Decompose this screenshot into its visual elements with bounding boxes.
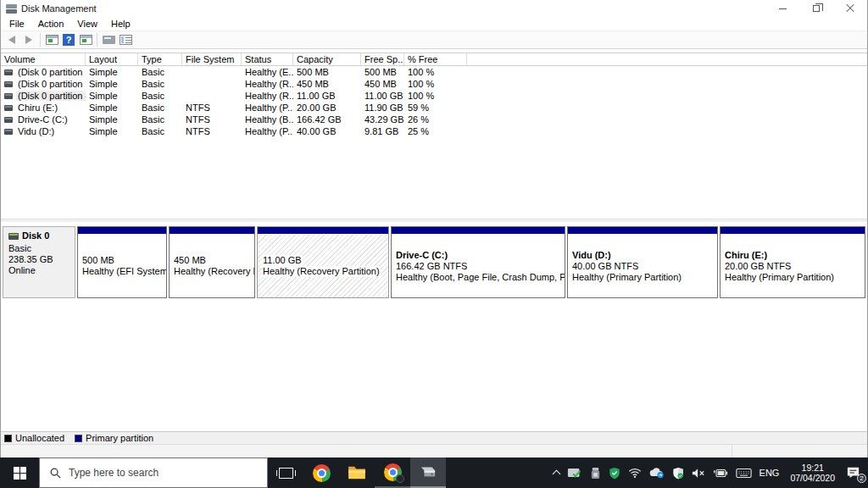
partition-title: Chiru (E:) [725, 250, 860, 261]
volume-table-row[interactable]: Drive-C (C:)SimpleBasicNTFSHealthy (B...… [1, 114, 867, 125]
help-button[interactable]: ? [60, 32, 77, 47]
cell-volume: Chiru (E:) [1, 103, 86, 113]
restore-button[interactable] [799, 0, 833, 17]
status-bar-main [1, 445, 732, 458]
menu-help[interactable]: Help [104, 18, 137, 30]
show-console-tree-button[interactable] [43, 32, 60, 47]
partition-block[interactable]: 450 MBHealthy (Recovery Par [169, 226, 255, 298]
column-header-fs[interactable]: File System [182, 53, 242, 65]
menu-action[interactable]: Action [31, 18, 71, 30]
properties-button[interactable] [117, 32, 134, 47]
column-header-capacity[interactable]: Capacity [293, 53, 361, 65]
tray-message-app[interactable] [567, 467, 582, 480]
forward-button[interactable] [20, 32, 37, 47]
disk-0-title: Disk 0 [8, 230, 75, 241]
action-center-button[interactable]: 2 [846, 466, 864, 480]
taskbar-chrome-profile-button[interactable] [375, 458, 410, 488]
toolbar-separator [40, 33, 41, 47]
column-header-pct[interactable]: % Free [404, 53, 467, 65]
console-view-icon [103, 36, 115, 44]
tray-touch-keyboard[interactable] [736, 468, 752, 479]
message-check-icon [567, 467, 582, 480]
cell-capacity: 450 MB [293, 79, 361, 89]
partition-block[interactable]: 11.00 GBHealthy (Recovery Partition) [257, 226, 389, 298]
cell-status: Healthy (B... [242, 114, 293, 125]
disk-management-app-icon [6, 4, 17, 14]
column-header-type[interactable]: Type [138, 53, 182, 65]
close-button[interactable] [833, 0, 867, 17]
keyboard-icon [736, 468, 752, 479]
taskbar-file-explorer-button[interactable] [339, 458, 375, 488]
partition-title: Drive-C (C:) [396, 250, 560, 261]
cell-free: 9.81 GB [361, 126, 404, 136]
partition-body: 11.00 GBHealthy (Recovery Partition) [258, 235, 388, 297]
disk-0-info-panel[interactable]: Disk 0 Basic 238.35 GB Online [3, 226, 75, 298]
column-header-volume[interactable]: Volume [1, 53, 86, 65]
legend-swatch [75, 435, 82, 442]
chevron-up-icon [552, 470, 560, 479]
tray-antivirus[interactable] [609, 467, 620, 480]
legend-bar: UnallocatedPrimary partition [1, 431, 867, 444]
column-header-status[interactable]: Status [242, 53, 293, 65]
tray-network[interactable] [628, 467, 642, 479]
partition-block[interactable]: Vidu (D:)40.00 GB NTFSHealthy (Primary P… [567, 226, 718, 298]
cell-type: Basic [138, 126, 182, 136]
show-action-pane-button[interactable] [77, 32, 94, 47]
status-bar-right [732, 445, 867, 458]
back-button[interactable] [3, 32, 20, 47]
partition-block[interactable]: Drive-C (C:)166.42 GB NTFSHealthy (Boot,… [391, 226, 565, 298]
volume-label: (Disk 0 partition 3) [16, 79, 86, 89]
tray-onedrive[interactable] [649, 467, 665, 479]
minimize-button[interactable] [765, 0, 799, 17]
hidden-icons-chevron[interactable] [554, 469, 559, 477]
language-indicator[interactable]: ENG [760, 468, 780, 478]
tray-power[interactable] [713, 469, 728, 478]
partition-color-bar [258, 227, 388, 235]
taskbar-search-input[interactable]: Type here to search [39, 458, 268, 488]
task-view-button[interactable] [268, 458, 303, 488]
screen: Disk Management FileActionViewHelp ? Vol… [0, 0, 868, 488]
volume-table-header: VolumeLayoutTypeFile SystemStatusCapacit… [1, 53, 867, 66]
minimize-icon [779, 8, 787, 9]
cell-volume: Drive-C (C:) [1, 114, 86, 125]
cell-volume: (Disk 0 partition 4) [1, 91, 86, 101]
cell-capacity: 20.00 GB [293, 103, 361, 113]
partition-color-bar [170, 227, 254, 235]
help-icon: ? [63, 34, 75, 46]
volume-icon [4, 117, 13, 123]
disk-management-taskbar-icon [419, 464, 437, 480]
restore-icon [813, 5, 820, 12]
console-view-button[interactable] [100, 32, 117, 47]
volume-label: Drive-C (C:) [16, 114, 70, 125]
cell-type: Basic [138, 79, 182, 89]
volume-table-row[interactable]: Chiru (E:)SimpleBasicNTFSHealthy (P...20… [1, 102, 867, 114]
cell-capacity: 40.00 GB [293, 126, 361, 136]
partition-line: 500 MB [82, 255, 162, 266]
column-header-free[interactable]: Free Sp... [361, 53, 404, 65]
partition-block[interactable]: Chiru (E:)20.00 GB NTFSHealthy (Primary … [720, 226, 865, 298]
partition-block[interactable]: 500 MBHealthy (EFI System Pa [77, 226, 167, 298]
menu-file[interactable]: File [3, 18, 31, 30]
tray-windows-security[interactable] [672, 467, 684, 480]
cell-pct: 100 % [404, 91, 467, 101]
properties-icon [120, 35, 132, 45]
tray-volume[interactable] [692, 468, 705, 479]
volume-table-row[interactable]: (Disk 0 partition 4)SimpleBasicHealthy (… [1, 90, 867, 102]
search-placeholder-text: Type here to search [69, 467, 159, 479]
cell-status: Healthy (R... [242, 79, 293, 89]
partition-line: 166.42 GB NTFS [396, 261, 560, 272]
partition-body: Chiru (E:)20.00 GB NTFSHealthy (Primary … [721, 235, 865, 297]
taskbar-chrome-button[interactable] [303, 458, 339, 488]
tray-utility-app[interactable] [590, 467, 601, 480]
volume-table-row[interactable]: (Disk 0 partition 1)SimpleBasicHealthy (… [1, 66, 867, 78]
taskbar-clock[interactable]: 19:21 07/04/2020 [787, 463, 838, 483]
cell-layout: Simple [86, 91, 138, 101]
window-controls [765, 0, 867, 17]
volume-table-row[interactable]: (Disk 0 partition 3)SimpleBasicHealthy (… [1, 78, 867, 90]
menu-view[interactable]: View [70, 18, 104, 30]
notification-badge: 2 [857, 474, 866, 483]
start-button[interactable] [0, 458, 39, 488]
column-header-layout[interactable]: Layout [86, 53, 138, 65]
volume-table-row[interactable]: Vidu (D:)SimpleBasicNTFSHealthy (P...40.… [1, 125, 867, 137]
taskbar-disk-management-button[interactable] [410, 458, 446, 488]
